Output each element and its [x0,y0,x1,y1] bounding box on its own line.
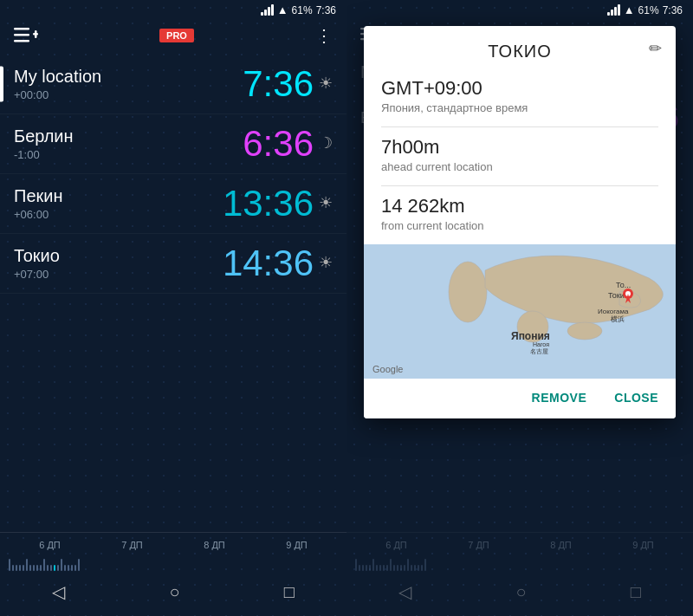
svg-text:Япония: Япония [511,330,550,342]
location-time-berlin: 6:36 ☽ [243,123,333,165]
sun-icon-my: ☀ [319,74,333,93]
timeline-label-8: 8 ДП [204,540,225,550]
ahead-block: 7h00m ahead current location [381,136,658,173]
sun-icon-tokyo: ☀ [319,253,333,272]
recents-icon-right[interactable]: □ [631,582,641,602]
svg-text:Нагоя: Нагоя [533,341,549,347]
divider-2 [381,185,658,186]
back-icon-left[interactable]: ◁ [52,581,65,602]
svg-text:Иокогама: Иокогама [598,308,629,315]
status-time-left: 7:36 [316,4,336,16]
timezone-name: Япония, стандартное время [381,101,658,114]
time-display-my: 7:36 [243,63,314,105]
r-label-9: 9 ДП [632,540,654,550]
location-info-tokyo: Токио +07:00 [14,246,60,281]
distance-value: 14 262km [381,195,658,217]
timeline-labels-right: 6 ДП 7 ДП 8 ДП 9 ДП [346,540,693,550]
location-item-my[interactable]: My location +00:00 7:36 ☀ [0,55,346,114]
timeline-labels: 6 ДП 7 ДП 8 ДП 9 ДП [0,540,346,550]
location-list: My location +00:00 7:36 ☀ Берлин -1:00 6… [0,55,346,532]
timeline-ticks-left [0,550,346,571]
location-item-berlin[interactable]: Берлин -1:00 6:36 ☽ [0,114,346,174]
home-icon-left[interactable]: ○ [169,582,179,602]
edit-icon[interactable]: ✏ [649,39,662,58]
dialog-header: ТОКИО ✏ [364,26,676,70]
location-item-beijing[interactable]: Пекин +06:00 13:36 ☀ [0,174,346,234]
location-time-tokyo: 14:36 ☀ [223,243,333,284]
timeline-ticks-right [346,550,693,571]
location-offset-berlin: -1:00 [14,148,74,161]
dialog-map: Япония То... Токио Иокогама 横浜 Нагоя 名古屋… [364,244,676,379]
pro-badge: PRO [159,29,194,42]
top-bar-left: PRO ⋮ [0,20,346,55]
location-name-berlin: Берлин [14,126,74,146]
location-info-my: My location +00:00 [14,67,101,101]
time-display-beijing: 13:36 [223,183,314,224]
menu-add-icon[interactable] [14,28,38,43]
location-info-beijing: Пекин +06:00 [14,186,62,221]
nav-bar-right: ◁ ○ □ [346,571,693,616]
dialog-body: GMT+09:00 Япония, стандартное время 7h00… [364,70,676,232]
location-time-my: 7:36 ☀ [243,63,333,105]
r-label-7: 7 ДП [468,540,489,550]
location-offset-tokyo: +07:00 [14,268,60,281]
back-icon-right[interactable]: ◁ [398,581,411,602]
ahead-value: 7h00m [381,136,658,159]
location-offset-beijing: +06:00 [14,208,62,221]
status-icons-left: ▲ 61% 7:36 [261,3,336,16]
signal-icon-right [607,4,620,16]
svg-point-9 [449,262,487,322]
remove-button[interactable]: REMOVE [528,387,591,408]
signal-icon [261,4,274,16]
status-icons-right: ▲ 61% 7:36 [607,3,683,16]
wifi-icon-right: ▲ [624,3,635,16]
dialog-actions: REMOVE CLOSE [364,379,676,418]
timeline-section-left: 6 ДП 7 ДП 8 ДП 9 ДП [0,532,346,571]
recents-icon-left[interactable]: □ [284,582,295,602]
dialog-card: ТОКИО ✏ GMT+09:00 Япония, стандартное вр… [364,26,676,418]
status-time-right: 7:36 [663,4,683,16]
svg-text:Google: Google [372,364,403,374]
battery-icon-right: 61% [638,4,659,16]
timezone-block: GMT+09:00 Япония, стандартное время [381,77,658,114]
location-name-tokyo: Токио [14,246,60,266]
location-name-my: My location [14,67,101,87]
timeline-label-6: 6 ДП [39,540,61,550]
svg-rect-4 [35,30,37,38]
status-bar-right: ▲ 61% 7:36 [346,0,693,20]
timeline-section-right: 6 ДП 7 ДП 8 ДП 9 ДП [346,532,693,571]
svg-rect-1 [14,34,29,36]
distance-block: 14 262km from current location [381,195,658,232]
battery-icon-left: 61% [292,4,313,16]
wifi-icon: ▲ [277,3,288,16]
divider-1 [381,126,658,127]
status-bar-left: ▲ 61% 7:36 [0,0,346,20]
location-item-tokyo[interactable]: Токио +07:00 14:36 ☀ [0,234,346,294]
time-display-tokyo: 14:36 [223,243,314,284]
timezone-value: GMT+09:00 [381,77,658,100]
map-svg: Япония То... Токио Иокогама 横浜 Нагоя 名古屋… [364,244,676,379]
right-bottom: 6 ДП 7 ДП 8 ДП 9 ДП [346,532,693,616]
r-label-8: 8 ДП [550,540,572,550]
svg-text:名古屋: 名古屋 [530,348,548,354]
svg-text:横浜: 横浜 [611,315,625,323]
moon-icon-berlin: ☽ [319,133,333,152]
dialog-title: ТОКИО [488,42,551,62]
left-panel: ▲ 61% 7:36 PRO ⋮ My location +00:00 [0,0,346,616]
right-panel: ▲ 61% 7:36 PRO ⋮ M... Б... 6:36 ТОК [346,0,693,616]
time-display-berlin: 6:36 [243,123,314,165]
svg-rect-2 [14,40,29,42]
home-icon-right[interactable]: ○ [515,582,526,602]
timeline-label-9: 9 ДП [286,540,308,550]
location-info-berlin: Берлин -1:00 [14,126,74,161]
ahead-sub: ahead current location [381,160,658,173]
more-icon[interactable]: ⋮ [315,25,333,46]
timeline-label-7: 7 ДП [121,540,143,550]
close-button[interactable]: CLOSE [611,387,662,408]
svg-text:То...: То... [616,281,631,289]
svg-rect-0 [14,28,29,30]
svg-point-10 [567,322,602,340]
r-label-6: 6 ДП [385,540,407,550]
location-offset-my: +00:00 [14,88,101,101]
location-time-beijing: 13:36 ☀ [223,183,333,224]
